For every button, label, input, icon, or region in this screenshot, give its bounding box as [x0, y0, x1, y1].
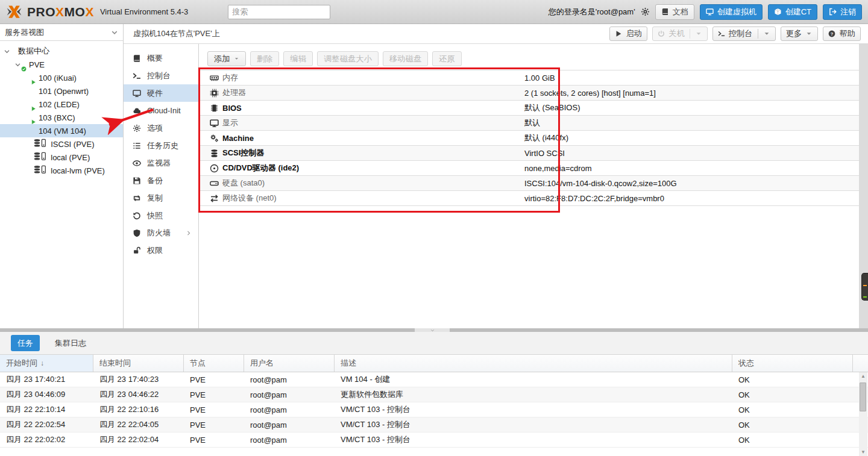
hardware-row[interactable]: 处理器2 (1 sockets, 2 cores) [host] [numa=1… [199, 86, 859, 101]
task-cell-start: 四月 22 22:02:54 [0, 417, 93, 432]
task-cell-end: 四月 22 22:04:05 [93, 417, 184, 432]
tree-item-local-lvm-pve-[interactable]: local-lvm (PVE) [0, 164, 123, 177]
hardware-row[interactable]: 显示默认 [199, 116, 859, 131]
create-ct-button[interactable]: 创建CT [768, 4, 817, 20]
hardware-row-label: 显示 [222, 117, 238, 128]
tab-tasks[interactable]: 任务 [11, 335, 40, 351]
nav-item-label: Cloud-Init [147, 106, 181, 115]
action-button-console[interactable]: 控制台 [712, 27, 776, 41]
task-cell-end: 四月 23 04:46:22 [93, 387, 184, 402]
hardware-row[interactable]: 网络设备 (net0)virtio=82:F8:D7:DC:2C:2F,brid… [199, 191, 859, 206]
nav-item--[interactable]: 快照 [124, 207, 198, 224]
nav-item-label: 防火墙 [147, 228, 171, 239]
toolbar-button-0[interactable]: 添加 [207, 51, 246, 66]
search-input[interactable] [228, 5, 330, 19]
cube-icon [774, 8, 782, 16]
task-row[interactable]: 四月 22 22:02:02四月 22 22:02:04PVEroot@pamV… [0, 433, 868, 448]
hardware-row[interactable]: CD/DVD驱动器 (ide2)none,media=cdrom [199, 161, 859, 176]
hardware-table: 内存1.00 GiB处理器2 (1 sockets, 2 cores) [hos… [199, 70, 859, 206]
toolbar-button-5[interactable]: 还原 [432, 51, 462, 66]
hardware-row-value: 默认 (SeaBIOS) [524, 102, 580, 113]
nav-item--[interactable]: 权限 [124, 242, 198, 259]
tree-item-local-pve-[interactable]: local (PVE) [0, 151, 123, 164]
hardware-row[interactable]: BIOS默认 (SeaBIOS) [199, 101, 859, 116]
chevron-down-icon [111, 29, 118, 36]
task-cell-desc: VM/CT 103 - 控制台 [335, 417, 732, 432]
tree-item-100-ikuai-[interactable]: 100 (iKuai) [0, 71, 123, 84]
tree-expander-icon[interactable] [14, 61, 21, 68]
resource-tree: 数据中心PVE100 (iKuai)101 (Openwrt)102 (LEDE… [0, 41, 123, 177]
nav-item--[interactable]: 选项 [124, 119, 198, 137]
tree-item-label: local (PVE) [51, 153, 90, 162]
hardware-row[interactable]: 内存1.00 GiB [199, 70, 859, 86]
nav-item--[interactable]: 监视器 [124, 154, 198, 172]
tree-item-pve[interactable]: PVE [0, 58, 123, 71]
hardware-row-value: 1.00 GiB [524, 73, 555, 83]
column-header-3[interactable]: 用户名 [244, 355, 335, 372]
action-button-shutdown[interactable]: 关机 [652, 27, 708, 41]
task-row[interactable]: 四月 23 04:46:09四月 23 04:46:22PVEroot@pam更… [0, 387, 868, 402]
task-row[interactable]: 四月 22 22:02:54四月 22 22:04:05PVEroot@pamV… [0, 417, 868, 433]
task-cell-status: OK [732, 387, 853, 402]
task-cell-node: PVE [184, 372, 244, 387]
tree-item-103-bxc-[interactable]: 103 (BXC) [0, 111, 123, 124]
column-header-4[interactable]: 描述 [335, 355, 732, 372]
user-settings-gear-icon[interactable] [641, 7, 650, 16]
view-selector-label: 服务器视图 [5, 27, 44, 38]
nav-item--[interactable]: 备份 [124, 172, 198, 189]
column-header-0[interactable]: 开始时间↓ [0, 355, 93, 372]
toolbar-button-1[interactable]: 删除 [250, 51, 280, 66]
tree-item-iscsi-pve-[interactable]: ISCSI (PVE) [0, 137, 123, 151]
retweet-icon [132, 194, 142, 202]
cdrom-icon [208, 164, 220, 173]
nav-item-label: 硬件 [147, 88, 163, 99]
logout-button[interactable]: 注销 [823, 4, 862, 20]
nav-item--[interactable]: 概要 [124, 49, 198, 67]
bottom-tabbar: 任务 集群日志 [0, 332, 868, 355]
tree-item--[interactable]: 数据中心 [0, 45, 123, 58]
hardware-row[interactable]: SCSI控制器VirtIO SCSI [199, 146, 859, 161]
hardware-row[interactable]: 硬盘 (sata0)ISCSI:104/vm-104-disk-0.qcow2,… [199, 176, 859, 191]
caret-down-icon [234, 56, 239, 61]
button-divider [758, 29, 758, 39]
scroll-up-arrow[interactable]: ▲ [859, 372, 867, 380]
task-cell-status: OK [732, 417, 853, 432]
column-header-1[interactable]: 结束时间 [93, 355, 184, 372]
scrollbar-thumb[interactable] [860, 383, 866, 411]
nav-item--[interactable]: 防火墙 [124, 224, 198, 242]
tree-item-101-openwrt-[interactable]: 101 (Openwrt) [0, 84, 123, 98]
task-row[interactable]: 四月 22 22:10:14四月 22 22:10:16PVEroot@pamV… [0, 402, 868, 417]
nav-item-label: 快照 [147, 210, 163, 221]
task-cell-node: PVE [184, 387, 244, 402]
toolbar-button-2[interactable]: 编辑 [283, 51, 313, 66]
task-row[interactable]: 四月 23 17:40:21四月 23 17:40:23PVEroot@pamV… [0, 372, 868, 387]
toolbar-button-3[interactable]: 调整磁盘大小 [317, 51, 379, 66]
nav-item-label: 选项 [147, 123, 163, 134]
nav-item-label: 概要 [147, 53, 163, 64]
toolbar-button-4[interactable]: 移动磁盘 [383, 51, 428, 66]
hardware-row[interactable]: Machine默认 (i440fx) [199, 131, 859, 146]
view-selector[interactable]: 服务器视图 [0, 24, 123, 41]
scroll-down-arrow[interactable]: ▼ [859, 448, 867, 456]
nav-item--[interactable]: 任务历史 [124, 137, 198, 154]
tree-item-label: PVE [29, 60, 45, 69]
column-header-label: 开始时间 [6, 358, 37, 369]
action-button-label: 帮助 [839, 28, 855, 39]
tree-item-102-lede-[interactable]: 102 (LEDE) [0, 98, 123, 111]
action-button-start[interactable]: 启动 [609, 27, 647, 41]
nav-item--[interactable]: 控制台 [124, 67, 198, 84]
nav-item--[interactable]: 复制 [124, 189, 198, 207]
column-header-2[interactable]: 节点 [184, 355, 244, 372]
nav-item--[interactable]: 硬件 [124, 84, 198, 102]
action-button-more[interactable]: 更多 [781, 27, 819, 41]
documentation-button[interactable]: 文档 [655, 4, 694, 20]
nav-item-cloud-init[interactable]: Cloud-Init [124, 102, 198, 119]
action-button-help[interactable]: ?帮助 [823, 27, 861, 41]
tree-expander-icon[interactable] [4, 48, 10, 55]
tree-item-104-vm-104-[interactable]: 104 (VM 104) [0, 124, 123, 137]
edge-overlay-widget[interactable] [861, 273, 868, 301]
book-icon [661, 8, 669, 16]
tab-cluster-log[interactable]: 集群日志 [48, 335, 93, 351]
create-vm-button[interactable]: 创建虚拟机 [700, 4, 763, 20]
column-header-5[interactable]: 状态 [732, 355, 853, 372]
